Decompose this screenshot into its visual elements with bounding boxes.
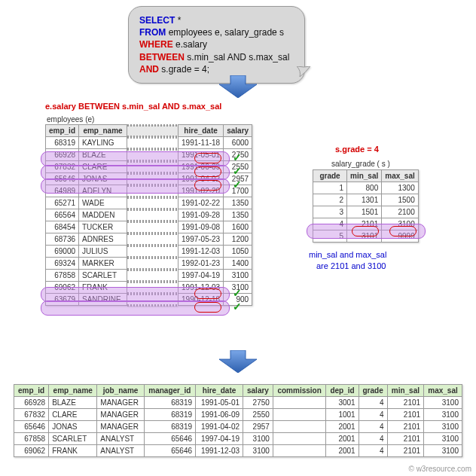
sql-and-rest: s.grade = 4; [159, 64, 209, 75]
col-header: manager_id [144, 385, 195, 397]
table-row: 66564MADDEN1991-09-281350 [46, 209, 252, 221]
sql-query-box: SELECT * FROM employees e, salary_grade … [128, 6, 305, 84]
range-note-line1: min_sal and max_sal [309, 250, 386, 259]
table-row: 18001300 [313, 182, 419, 194]
table-row: 68454TUCKER1991-09-081600 [46, 221, 252, 233]
col-header: max_sal [382, 170, 418, 182]
table-row: 69062FRANKANALYST656461991-12-0331002001… [14, 445, 462, 457]
table-row: 64989ADELYN1991-02-201700 [46, 185, 252, 197]
col-header: hire_date [178, 125, 224, 137]
check-icon: ✓ [233, 301, 242, 313]
between-condition-label: e.salary BETWEEN s.min_sal AND s.max_sal [45, 102, 221, 111]
table-row: 421013100 [313, 218, 419, 230]
col-header: min_sal [347, 170, 382, 182]
employees-table: emp_idemp_namehire_datesalary 68319KAYLI… [45, 124, 252, 306]
salary-grade-table-label: salary_grade ( s ) [331, 160, 390, 168]
check-icon: ✓ [233, 178, 242, 191]
table-row: 67832CLARE1991-06-092550 [46, 161, 252, 173]
table-row: 68319KAYLING1991-11-186000 [46, 137, 252, 149]
col-header: emp_id [46, 125, 79, 137]
sql-and-kw: AND [139, 64, 159, 75]
arrow-down-icon [215, 75, 261, 98]
col-header: grade [359, 385, 387, 397]
result-table: emp_idemp_namejob_namemanager_idhire_dat… [14, 384, 462, 457]
sql-where-kw: WHERE [139, 39, 173, 50]
table-row: 65271WADE1991-02-221350 [46, 197, 252, 209]
speech-tail-icon [297, 66, 310, 77]
col-header: grade [313, 170, 347, 182]
sql-between-kw: BETWEEN [139, 52, 185, 63]
range-note-line2: are 2101 and 3100 [316, 261, 386, 270]
table-row: 66928BLAZEMANAGER683191991-05-0127503001… [14, 397, 462, 409]
col-header: max_sal [424, 385, 462, 397]
table-row: 531019999 [313, 230, 419, 243]
col-header: emp_name [49, 385, 97, 397]
check-icon: ✓ [233, 151, 242, 163]
table-row: 69000JULIUS1991-12-031050 [46, 246, 252, 258]
table-row: 65646JONAS1991-04-022957 [46, 173, 252, 185]
check-icon: ✓ [233, 287, 242, 299]
arrow-down-icon [215, 350, 261, 373]
footer-credit: © w3resource.com [408, 465, 471, 473]
table-row: 213011500 [313, 194, 419, 206]
check-icon: ✓ [233, 165, 242, 177]
table-row: 69062FRANK1991-12-033100 [46, 282, 252, 294]
col-header: salary [224, 125, 252, 137]
table-row: 67858SCARLETANALYST656461997-04-19310020… [14, 433, 462, 445]
table-row: 63679SANDRINE1990-12-18900 [46, 294, 252, 306]
table-row: 67858SCARLET1997-04-193100 [46, 270, 252, 282]
table-row: 68736ADNRES1997-05-231200 [46, 233, 252, 246]
sql-select-rest: * [175, 15, 181, 26]
table-row: 66928BLAZE1991-05-012750 [46, 149, 252, 161]
grade-filter-label: s.grade = 4 [335, 145, 379, 154]
col-header: commission [273, 385, 326, 397]
employees-table-label: employees (e) [47, 115, 94, 124]
col-header: dep_id [326, 385, 359, 397]
table-row: 67832CLAREMANAGER683191991-06-0925501001… [14, 409, 462, 421]
col-header: min_sal [387, 385, 423, 397]
sql-from-rest: employees e, salary_grade s [166, 27, 284, 38]
torn-gap [127, 125, 178, 137]
table-row: 65646JONASMANAGER683191991-04-0229572001… [14, 421, 462, 433]
table-row: 69324MARKER1992-01-231400 [46, 258, 252, 270]
sql-from-kw: FROM [139, 27, 166, 38]
col-header: job_name [97, 385, 144, 397]
sql-between-rest: s.min_sal AND s.max_sal [185, 52, 289, 63]
sql-select-kw: SELECT [139, 15, 175, 26]
col-header: emp_name [79, 125, 127, 137]
sql-where-rest: e.salary [173, 39, 207, 50]
col-header: salary [243, 385, 273, 397]
table-row: 315012100 [313, 206, 419, 218]
col-header: hire_date [196, 385, 243, 397]
col-header: emp_id [14, 385, 49, 397]
salary-grade-table: grademin_salmax_sal 18001300213011500315… [313, 169, 419, 243]
